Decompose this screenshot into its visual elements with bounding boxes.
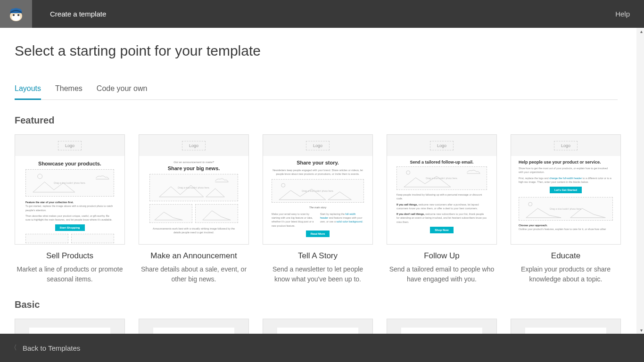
thumb-logo-placeholder: Logo <box>58 141 82 150</box>
template-card-sell-products[interactable]: Logo Showcase your products. Drag a nice… <box>15 134 125 284</box>
template-thumb: Logo Showcase your products. Drag a nice… <box>15 134 125 245</box>
template-title: Make an Announcement <box>139 251 249 261</box>
svg-point-7 <box>528 202 532 206</box>
template-card-make-announcement[interactable]: Logo Got an announcement to make? Share … <box>139 134 249 284</box>
template-thumb: Logo Help people use your product or ser… <box>511 134 621 245</box>
chevron-left-icon: 〈 <box>10 344 17 352</box>
section-basic-title: Basic <box>15 299 636 310</box>
tab-code-your-own[interactable]: Code your own <box>97 84 148 99</box>
template-thumb: Logo Send a tailored follow-up email. Dr… <box>387 134 497 245</box>
svg-point-5 <box>281 183 285 187</box>
svg-point-3 <box>17 14 19 16</box>
thumb-logo-placeholder: Logo <box>430 141 454 150</box>
back-to-templates-link[interactable]: 〈 Back to Templates <box>10 344 80 352</box>
svg-point-4 <box>38 174 42 179</box>
template-thumb: Logo Share your story. Newsletters keep … <box>263 134 373 245</box>
template-card-basic[interactable] <box>15 319 125 334</box>
featured-row: Logo Showcase your products. Drag a nice… <box>15 134 636 284</box>
basic-row <box>15 319 636 334</box>
main-scroll[interactable]: Select a starting point for your templat… <box>0 28 636 334</box>
template-title: Sell Products <box>15 251 125 261</box>
bottom-bar: 〈 Back to Templates <box>0 334 644 362</box>
template-card-basic[interactable] <box>263 319 373 334</box>
template-title: Follow Up <box>387 251 497 261</box>
template-thumb: Logo Got an announcement to make? Share … <box>139 134 249 245</box>
scrollbar[interactable]: ▴ ▾ <box>636 28 644 334</box>
template-title: Educate <box>511 251 621 261</box>
template-desc: Share details about a sale, event, or ot… <box>139 264 249 284</box>
template-card-tell-a-story[interactable]: Logo Share your story. Newsletters keep … <box>263 134 373 284</box>
scroll-down-icon[interactable]: ▾ <box>640 328 643 333</box>
tab-themes[interactable]: Themes <box>55 84 83 99</box>
thumb-logo-placeholder: Logo <box>182 141 206 150</box>
svg-point-2 <box>13 14 15 16</box>
top-bar: Create a template Help <box>0 0 644 28</box>
template-title: Tell A Story <box>263 251 373 261</box>
template-card-basic[interactable] <box>387 319 497 334</box>
svg-point-6 <box>406 171 410 174</box>
brand-logo[interactable] <box>0 0 32 28</box>
tabs: Layouts Themes Code your own <box>15 84 618 100</box>
page-title: Select a starting point for your templat… <box>15 43 636 59</box>
thumb-logo-placeholder: Logo <box>554 141 578 150</box>
scroll-up-icon[interactable]: ▴ <box>640 29 643 34</box>
template-card-educate[interactable]: Logo Help people use your product or ser… <box>511 134 621 284</box>
template-desc: Market a line of products or promote sea… <box>15 264 125 284</box>
template-desc: Send a newsletter to let people know wha… <box>263 264 373 284</box>
thumb-logo-placeholder: Logo <box>306 141 330 150</box>
template-card-basic[interactable] <box>511 319 621 334</box>
template-desc: Send a tailored email to people who have… <box>387 264 497 284</box>
help-link[interactable]: Help <box>615 10 630 18</box>
template-card-basic[interactable] <box>139 319 249 334</box>
page-header-title: Create a template <box>50 10 106 18</box>
template-desc: Explain your products or share knowledge… <box>511 264 621 284</box>
section-featured-title: Featured <box>15 115 636 126</box>
template-card-follow-up[interactable]: Logo Send a tailored follow-up email. Dr… <box>387 134 497 284</box>
tab-layouts[interactable]: Layouts <box>15 84 41 100</box>
